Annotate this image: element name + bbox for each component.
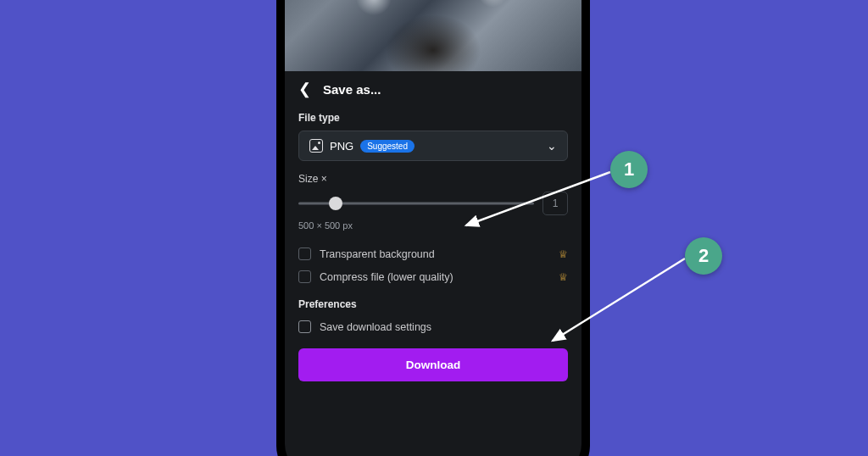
sheet-body: File type PNG Suggested ⌄ Size × 1 500 ×… (285, 107, 581, 395)
checkbox-transparent-bg[interactable] (298, 247, 311, 260)
image-file-icon (309, 139, 323, 153)
back-icon[interactable]: ❮ (298, 81, 311, 97)
sheet-title: Save as... (323, 82, 381, 97)
save-settings-label: Save download settings (320, 321, 431, 333)
size-slider[interactable] (298, 192, 534, 215)
slider-thumb[interactable] (329, 197, 342, 210)
save-settings-row[interactable]: Save download settings (298, 315, 568, 338)
size-row: 1 (298, 192, 568, 215)
crown-icon: ♕ (559, 248, 568, 260)
sheet-header: ❮ Save as... (285, 71, 581, 107)
transparent-bg-row[interactable]: Transparent background ♕ (298, 242, 568, 265)
preferences-label: Preferences (298, 298, 568, 310)
compress-label: Compress file (lower quality) (320, 271, 453, 283)
download-button[interactable]: Download (298, 348, 568, 381)
phone-frame: ❮ Save as... File type PNG Suggested ⌄ S… (276, 0, 590, 456)
file-type-value: PNG (330, 140, 353, 153)
checkbox-save-settings[interactable] (298, 320, 311, 333)
design-preview (285, 0, 581, 71)
crown-icon: ♕ (559, 271, 568, 283)
suggested-badge: Suggested (360, 140, 415, 153)
annotation-step-1: 1 (610, 151, 648, 188)
transparent-bg-label: Transparent background (320, 248, 435, 260)
file-type-dropdown[interactable]: PNG Suggested ⌄ (298, 131, 568, 161)
chevron-down-icon: ⌄ (547, 139, 557, 153)
compress-row[interactable]: Compress file (lower quality) ♕ (298, 265, 568, 288)
checkbox-compress[interactable] (298, 270, 311, 283)
size-label: Size × (298, 173, 568, 185)
size-multiplier-input[interactable]: 1 (542, 192, 568, 215)
dimensions-readout: 500 × 500 px (298, 220, 568, 231)
phone-screen: ❮ Save as... File type PNG Suggested ⌄ S… (285, 0, 581, 456)
annotation-step-2: 2 (685, 237, 722, 275)
file-type-label: File type (298, 112, 568, 124)
